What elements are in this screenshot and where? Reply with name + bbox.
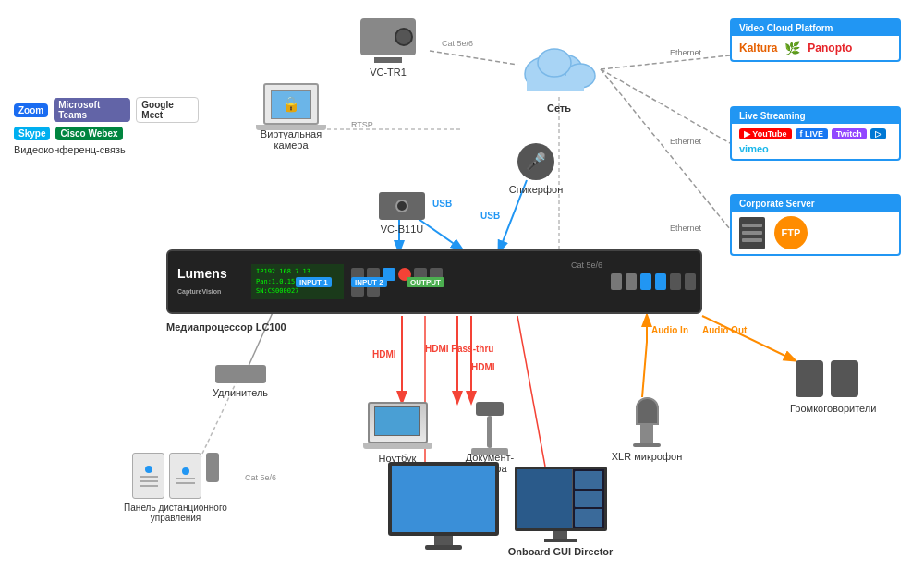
obs-thumb — [575, 471, 602, 489]
monitor-base — [425, 545, 462, 550]
vimeo-logo: vimeo — [739, 143, 769, 154]
panopto-logo: Panopto — [808, 42, 852, 55]
extender-icon — [215, 365, 266, 383]
notebook-screen — [374, 406, 420, 436]
cat5e6-label-1: Cat 5e/6 — [442, 39, 473, 48]
usb-label-1: USB — [432, 199, 452, 209]
obs-screen-icon — [515, 467, 607, 531]
hdmi-port — [626, 273, 637, 290]
generic-port — [685, 273, 696, 290]
videoconf-label: Видеоконференц-связь — [14, 144, 199, 155]
usb-port — [640, 273, 651, 290]
facebook-live-logo: f LIVE — [796, 128, 829, 139]
lc100-ports — [455, 273, 700, 290]
obs-thumb — [575, 509, 602, 527]
camera-lens-icon — [395, 28, 413, 46]
notebook-base — [363, 443, 432, 449]
obs-main-area — [517, 469, 573, 528]
server-tower-icon — [739, 217, 765, 249]
videoconf-section: Zoom Microsoft Teams Google Meet Skype C… — [14, 97, 199, 155]
lc100-label: Медиапроцессор LC100 — [166, 321, 286, 333]
obs-foot — [544, 539, 577, 542]
doccam-icon — [467, 402, 513, 448]
panel-line — [140, 476, 158, 478]
monitor-stand — [434, 536, 453, 545]
director-section: Onboard GUI Director — [507, 467, 614, 557]
svg-line-2 — [601, 69, 730, 229]
streaming-logos: ▶ YouTube f LIVE Twitch ▷ vimeo — [732, 124, 899, 159]
input1-label: INPUT 1 — [296, 277, 332, 287]
usb-drive-icon — [206, 453, 219, 482]
hdmi-label-1: HDMI — [372, 349, 396, 359]
mic-head — [636, 397, 659, 425]
xlr-mic-label: XLR микрофон — [610, 451, 684, 462]
remote-panel-item — [169, 453, 201, 499]
vctr1-label: VC-TR1 — [351, 67, 425, 78]
doccam-base — [471, 448, 508, 455]
teams-logo: Microsoft Teams — [54, 98, 130, 122]
lock-icon: 🔒 — [282, 95, 300, 113]
hdmi-label-2: HDMI — [471, 362, 495, 372]
vcb11u-camera-icon — [379, 192, 425, 220]
meet-logo: Google Meet — [136, 97, 199, 123]
panel-dot — [182, 467, 189, 475]
corporate-server-box: Corporate Server FTP — [730, 194, 901, 256]
mic-body — [640, 425, 653, 443]
extender-section: Удлинитель — [203, 365, 277, 398]
hdmi-pass-thru-label: HDMI Pass-thru — [425, 344, 493, 354]
remote-panel-icons — [116, 453, 236, 499]
speakerphone-section: 🎤 Спикерфон — [504, 143, 568, 195]
remote-panel-label: Панель дистанционного управления — [116, 503, 236, 523]
camera-mount — [374, 57, 402, 63]
speakers-section: Громкоговорители — [790, 360, 864, 414]
vcb11u-label: VC-B11U — [370, 224, 434, 235]
svg-line-0 — [601, 55, 730, 69]
panel-line — [140, 485, 158, 487]
panel-line — [176, 478, 195, 479]
panel-dot — [145, 466, 152, 473]
rtsp-label: RTSP — [351, 120, 373, 129]
video-cloud-header: Video Cloud Platform — [732, 20, 899, 36]
live-streaming-box: Live Streaming ▶ YouTube f LIVE Twitch ▷… — [730, 106, 901, 161]
youtube-logo: ▶ YouTube — [739, 128, 792, 139]
ethernet-label-1: Ethernet — [670, 48, 701, 57]
svg-point-23 — [538, 49, 571, 77]
speakers-label: Громкоговорители — [790, 403, 864, 414]
live-streaming-header: Live Streaming — [732, 108, 899, 124]
input2-label: INPUT 2 — [351, 277, 387, 287]
speaker-left-icon — [796, 360, 823, 397]
extender-label: Удлинитель — [203, 387, 277, 398]
speakerphone-icon: 🎤 — [517, 143, 554, 180]
panel-line — [140, 480, 158, 482]
virtual-camera-label: Виртуальная камера — [249, 128, 333, 151]
cat5e6-label-3: Cat 5e/6 — [245, 473, 276, 482]
server-slot — [742, 238, 762, 242]
svg-line-17 — [702, 316, 795, 360]
output-label: OUTPUT — [407, 277, 444, 287]
webex-logo: Cisco Webex — [55, 127, 122, 140]
cat5e6-label-2: Cat 5e/6 — [571, 261, 602, 270]
twitch-logo: Twitch — [832, 128, 867, 139]
mic-stand — [633, 443, 661, 447]
generic-port — [670, 273, 681, 290]
vcb11u-lens — [395, 200, 408, 212]
doccam-head — [476, 402, 504, 416]
kaltura-logo: Kaltura — [739, 42, 777, 55]
obs-thumb — [575, 491, 602, 508]
notebook-icon — [368, 402, 428, 443]
vcb11u-section: VC-B11U — [370, 192, 434, 235]
video-cloud-content: Kaltura 🌿 Panopto — [732, 36, 899, 60]
audio-in-label: Audio In — [651, 325, 688, 335]
remote-panel-item — [132, 453, 164, 499]
xlr-mic-icon — [636, 397, 659, 443]
network-label: Сеть — [513, 103, 605, 114]
corporate-server-header: Corporate Server — [732, 196, 899, 212]
director-label: Onboard GUI Director — [507, 546, 614, 557]
ms-stream-logo: ▷ — [870, 128, 886, 139]
hdmi-port — [611, 273, 622, 290]
network-cloud-section: Сеть — [513, 37, 605, 114]
lumens-brand: Lumens CaptureVision — [168, 266, 251, 297]
audio-out-label: Audio Out — [702, 325, 747, 335]
obs-sidebar — [573, 469, 604, 528]
svg-line-18 — [642, 342, 647, 397]
